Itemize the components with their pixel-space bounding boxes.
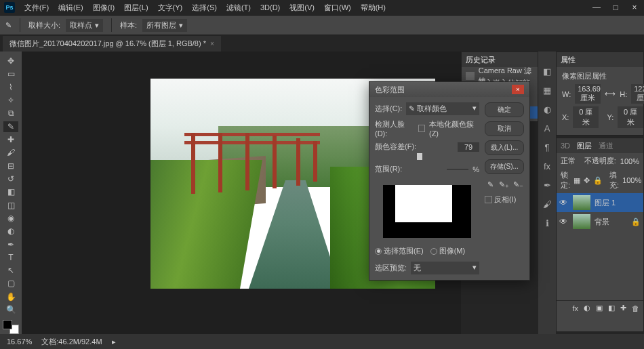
paragraph-panel-icon[interactable]: ¶	[541, 141, 553, 153]
move-tool[interactable]: ✥	[3, 56, 18, 66]
pen-tool[interactable]: ✒	[3, 239, 18, 249]
fill-value[interactable]: 100%	[622, 176, 641, 184]
cancel-button[interactable]: 取消	[485, 121, 524, 136]
y-field[interactable]: 0 厘米	[618, 106, 643, 128]
eraser-tool[interactable]: ◧	[3, 186, 18, 197]
minimize-button[interactable]: —	[587, 0, 606, 15]
fx-icon[interactable]: fx	[572, 304, 578, 312]
menu-file[interactable]: 文件(F)	[20, 1, 53, 14]
menu-filter[interactable]: 滤镜(T)	[222, 1, 255, 14]
document-tab[interactable]: 微信图片_201704042020​17.jpg @ 16.7% (图层 1, …	[3, 36, 221, 52]
visibility-icon[interactable]: 👁	[559, 217, 569, 226]
image-radio[interactable]: 图像(M)	[430, 246, 466, 256]
brush-panel-icon[interactable]: 🖌	[541, 198, 553, 210]
lasso-tool[interactable]: ⌇	[3, 82, 18, 93]
layers-tab[interactable]: 图层	[577, 141, 592, 151]
height-field[interactable]: 122.77 厘米	[631, 84, 644, 104]
healing-tool[interactable]: ✚	[3, 134, 18, 145]
lock-all-icon[interactable]: 🔒	[593, 176, 603, 185]
properties-subtitle: 像素图层属性	[562, 71, 638, 81]
properties-tab[interactable]: 属性	[561, 55, 576, 65]
dialog-titlebar[interactable]: 色彩范围 ×	[369, 82, 529, 97]
color-swatches[interactable]	[3, 320, 19, 334]
fg-color-swatch[interactable]	[3, 320, 12, 329]
selection-preview[interactable]	[383, 185, 471, 238]
ok-button[interactable]: 确定	[485, 102, 524, 117]
history-brush-tool[interactable]: ↺	[3, 173, 18, 184]
group-icon[interactable]: ◧	[608, 304, 615, 312]
trash-icon[interactable]: 🗑	[632, 304, 639, 312]
blur-tool[interactable]: ◉	[3, 213, 18, 224]
load-button[interactable]: 载入(L)...	[485, 140, 524, 155]
crop-tool[interactable]: ⧉	[3, 108, 18, 119]
zoom-tool[interactable]: 🔍	[3, 304, 18, 315]
eyedropper-subtract-icon[interactable]: ✎₋	[512, 178, 524, 190]
3d-tab[interactable]: 3D	[561, 142, 570, 150]
character-panel-icon[interactable]: A	[541, 122, 553, 134]
path-tool[interactable]: ↖	[3, 265, 18, 276]
stamp-tool[interactable]: ⊟	[3, 161, 18, 171]
paths-panel-icon[interactable]: ✒	[541, 179, 553, 191]
document-size[interactable]: 文档:46.2M/92.4M	[41, 337, 102, 347]
layer-row[interactable]: 👁 背景 🔒	[557, 212, 643, 231]
selection-radio[interactable]: 选择范围(E)	[375, 246, 424, 256]
swatches-panel-icon[interactable]: ▦	[541, 84, 553, 96]
menu-layer[interactable]: 图层(L)	[120, 1, 152, 14]
hand-tool[interactable]: ✋	[3, 291, 18, 302]
shape-tool[interactable]: ▢	[3, 278, 18, 289]
lock-position-icon[interactable]: ✥	[584, 176, 590, 185]
menu-view[interactable]: 视图(V)	[285, 1, 319, 14]
select-dropdown[interactable]: ✎ 取样颜色▾	[406, 102, 479, 115]
width-field[interactable]: 163.69 厘米	[575, 84, 601, 104]
visibility-icon[interactable]: 👁	[559, 198, 569, 207]
menu-select[interactable]: 选择(S)	[188, 1, 221, 14]
eyedropper-icon[interactable]: ✎	[485, 178, 496, 190]
menu-image[interactable]: 图像(I)	[89, 1, 119, 14]
layer-thumbnail[interactable]	[573, 195, 590, 210]
styles-panel-icon[interactable]: fx	[541, 160, 553, 172]
document-tab-label: 微信图片_201704042020​17.jpg @ 16.7% (图层 1, …	[9, 39, 206, 49]
lock-pixels-icon[interactable]: ▦	[573, 176, 580, 185]
invert-checkbox[interactable]: 反相(I)	[485, 194, 524, 205]
close-button[interactable]: ×	[625, 0, 644, 15]
layer-row[interactable]: 👁 图层 1	[557, 193, 643, 212]
layer-thumbnail[interactable]	[573, 214, 590, 229]
link-icon[interactable]: ⟷	[605, 89, 616, 98]
save-button[interactable]: 存储(S)...	[485, 159, 524, 174]
menu-3d[interactable]: 3D(D)	[256, 2, 284, 13]
mask-icon[interactable]: ◐	[584, 304, 590, 312]
menu-type[interactable]: 文字(Y)	[154, 1, 187, 14]
magic-wand-tool[interactable]: ✧	[3, 95, 18, 106]
menu-window[interactable]: 窗口(W)	[320, 1, 355, 14]
sample-dropdown[interactable]: 所有图层▾	[142, 19, 187, 32]
eyedropper-add-icon[interactable]: ✎₊	[499, 178, 510, 190]
sample-size-dropdown[interactable]: 取样点▾	[66, 19, 103, 32]
maximize-button[interactable]: □	[606, 0, 625, 15]
color-panel-icon[interactable]: ◧	[541, 65, 553, 77]
dodge-tool[interactable]: ◐	[3, 226, 18, 237]
new-layer-icon[interactable]: ✚	[620, 304, 626, 312]
close-tab-icon[interactable]: ×	[210, 40, 214, 47]
selection-preview-dropdown[interactable]: 无▾	[411, 262, 479, 274]
info-panel-icon[interactable]: ℹ	[541, 217, 553, 229]
layer-name[interactable]: 背景	[595, 217, 609, 227]
brush-tool[interactable]: 🖌	[3, 147, 18, 158]
menu-help[interactable]: 帮助(H)	[357, 1, 390, 14]
fuzziness-value[interactable]: 79	[458, 142, 479, 152]
gradient-tool[interactable]: ◫	[3, 199, 18, 210]
menu-edit[interactable]: 编辑(E)	[54, 1, 87, 14]
type-tool[interactable]: T	[3, 252, 18, 263]
dialog-close-button[interactable]: ×	[512, 85, 524, 94]
zoom-level[interactable]: 16.67%	[7, 337, 32, 346]
eyedropper-tool[interactable]: ✎	[3, 121, 18, 132]
channels-tab[interactable]: 通道	[599, 141, 613, 151]
blend-mode-dropdown[interactable]: 正常	[561, 156, 576, 166]
marquee-tool[interactable]: ▭	[3, 68, 18, 79]
layer-name[interactable]: 图层 1	[595, 198, 616, 208]
opacity-value[interactable]: 100%	[620, 157, 639, 165]
adjustment-icon[interactable]: ▣	[596, 304, 603, 312]
adjustments-panel-icon[interactable]: ◐	[541, 103, 553, 115]
x-field[interactable]: 0 厘米	[573, 106, 599, 128]
localized-checkbox[interactable]	[418, 125, 425, 132]
history-tab[interactable]: 历史记录	[466, 55, 496, 65]
